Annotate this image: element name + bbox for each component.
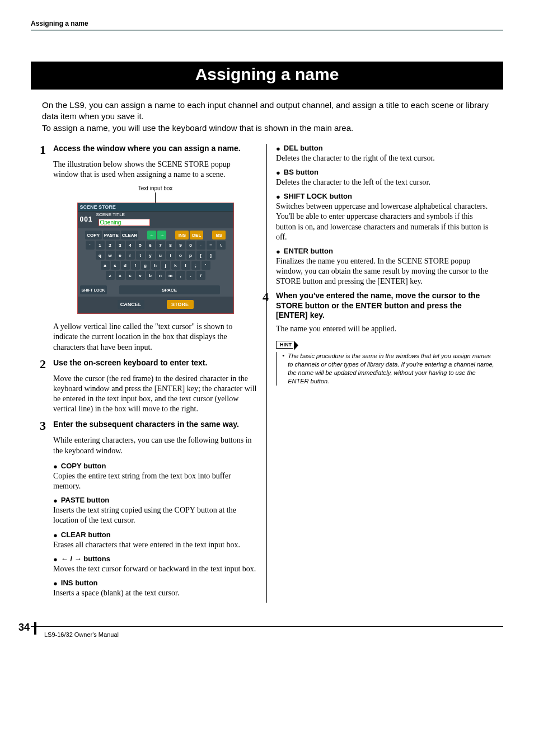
top-rule bbox=[31, 30, 503, 31]
key-;[interactable]: ; bbox=[191, 261, 200, 270]
store-button[interactable]: STORE bbox=[167, 300, 194, 309]
shift-lock-button[interactable]: SHIFT LOCK bbox=[80, 285, 107, 294]
key-j[interactable]: j bbox=[161, 261, 170, 270]
key-w[interactable]: w bbox=[106, 251, 115, 260]
key-2[interactable]: 2 bbox=[106, 241, 115, 250]
key-'[interactable]: ' bbox=[202, 261, 210, 270]
key-s[interactable]: s bbox=[111, 261, 120, 270]
arrows-body: Moves the text cursor forward or backwar… bbox=[53, 564, 257, 574]
key-7[interactable]: 7 bbox=[156, 241, 165, 250]
key-,[interactable]: , bbox=[176, 271, 185, 280]
key-5[interactable]: 5 bbox=[136, 241, 145, 250]
arrow-right-button[interactable]: → bbox=[157, 231, 166, 240]
key-6[interactable]: 6 bbox=[146, 241, 155, 250]
key-.[interactable]: . bbox=[186, 271, 195, 280]
step-1-after: A yellow vertical line called the "text … bbox=[53, 322, 257, 353]
key-3[interactable]: 3 bbox=[116, 241, 125, 250]
bullet-icon: ● bbox=[53, 580, 58, 587]
enter-bullet: ●ENTER button bbox=[276, 247, 494, 255]
paste-body: Inserts the text string copied using the… bbox=[53, 505, 257, 525]
intro-line-2: To assign a name, you will use the keybo… bbox=[42, 123, 353, 133]
scene-number: 001 bbox=[80, 215, 93, 223]
bs-button[interactable]: BS bbox=[212, 231, 226, 240]
bs-head: BS button bbox=[284, 168, 318, 176]
key-[[interactable]: [ bbox=[196, 251, 205, 260]
key-][interactable]: ] bbox=[207, 251, 216, 260]
kbd-row-3: asdfghjkl;' bbox=[80, 261, 231, 270]
hint-label: HINT bbox=[280, 342, 292, 348]
key-9[interactable]: 9 bbox=[176, 241, 185, 250]
bullet-icon: ● bbox=[53, 463, 58, 470]
step-2-body: Move the cursor (the red frame) to the d… bbox=[53, 374, 257, 415]
bullet-icon: ● bbox=[53, 497, 58, 504]
key-/[interactable]: / bbox=[196, 271, 205, 280]
hint-text: The basic procedure is the same in the w… bbox=[288, 352, 494, 385]
key--[interactable]: - bbox=[196, 241, 205, 250]
key-b[interactable]: b bbox=[146, 271, 155, 280]
key-8[interactable]: 8 bbox=[166, 241, 175, 250]
key-c[interactable]: c bbox=[126, 271, 135, 280]
key-`[interactable]: ` bbox=[86, 241, 95, 250]
clear-bullet: ●CLEAR button bbox=[53, 530, 257, 539]
step-3-head: Enter the subsequent characters in the s… bbox=[53, 420, 239, 432]
bullet-icon: ● bbox=[53, 532, 58, 539]
del-button[interactable]: DEL bbox=[190, 231, 203, 240]
key-y[interactable]: y bbox=[146, 251, 155, 260]
key-i[interactable]: i bbox=[166, 251, 175, 260]
bs-bullet: ●BS button bbox=[276, 168, 494, 176]
key-4[interactable]: 4 bbox=[126, 241, 135, 250]
key-n[interactable]: n bbox=[156, 271, 165, 280]
popup-title: SCENE STORE bbox=[78, 203, 233, 212]
key-t[interactable]: t bbox=[136, 251, 145, 260]
key-d[interactable]: d bbox=[121, 261, 130, 270]
step-3-number: 3 bbox=[40, 420, 53, 432]
ins-bullet: ●INS button bbox=[53, 579, 257, 587]
key-0[interactable]: 0 bbox=[186, 241, 195, 250]
arrow-left-button[interactable]: ← bbox=[147, 231, 156, 240]
step-1-number: 1 bbox=[40, 144, 53, 156]
cancel-button[interactable]: CANCEL bbox=[118, 300, 144, 309]
callout-leader-line bbox=[155, 192, 156, 203]
illustration-wrap: Text input box SCENE STORE 001 SCENE TIT… bbox=[53, 185, 257, 314]
key-h[interactable]: h bbox=[151, 261, 160, 270]
key-k[interactable]: k bbox=[171, 261, 180, 270]
step-4-number: 4 bbox=[263, 291, 276, 321]
key-l[interactable]: l bbox=[181, 261, 190, 270]
paste-button[interactable]: PASTE bbox=[103, 231, 120, 240]
step-4: 4 When you've entered the name, move the… bbox=[263, 291, 494, 321]
text-input-box[interactable]: Opening bbox=[99, 219, 150, 226]
copy-button[interactable]: COPY bbox=[85, 231, 102, 240]
key-1[interactable]: 1 bbox=[96, 241, 105, 250]
enter-head: ENTER button bbox=[284, 247, 333, 255]
clear-body: Erases all characters that were entered … bbox=[53, 540, 257, 550]
clear-button[interactable]: CLEAR bbox=[121, 231, 139, 240]
key-p[interactable]: p bbox=[186, 251, 195, 260]
hint-bullet-icon: • bbox=[282, 352, 284, 385]
key-\[interactable]: \ bbox=[217, 241, 226, 250]
key-q[interactable]: q bbox=[96, 251, 105, 260]
page-title: Assigning a name bbox=[31, 62, 503, 90]
footer-rule bbox=[31, 626, 503, 627]
key-m[interactable]: m bbox=[166, 271, 175, 280]
key-g[interactable]: g bbox=[141, 261, 150, 270]
bullet-icon: ● bbox=[276, 248, 280, 255]
key-u[interactable]: u bbox=[156, 251, 165, 260]
step-3: 3 Enter the subsequent characters in the… bbox=[40, 420, 257, 432]
key-z[interactable]: z bbox=[106, 271, 115, 280]
space-button[interactable]: SPACE bbox=[119, 285, 220, 294]
footer-doc-title: LS9-16/32 Owner's Manual bbox=[44, 631, 119, 638]
key-o[interactable]: o bbox=[176, 251, 185, 260]
key-x[interactable]: x bbox=[116, 271, 125, 280]
left-column: 1 Access the window where you can assign… bbox=[31, 144, 267, 603]
key-=[interactable]: = bbox=[207, 241, 216, 250]
kbd-row-2: qwertyuiop[] bbox=[80, 251, 231, 260]
del-body: Deletes the character to the right of th… bbox=[276, 153, 494, 163]
key-e[interactable]: e bbox=[116, 251, 125, 260]
key-f[interactable]: f bbox=[131, 261, 140, 270]
ins-button[interactable]: INS bbox=[175, 231, 189, 240]
intro-paragraph: On the LS9, you can assign a name to eac… bbox=[42, 100, 492, 134]
key-v[interactable]: v bbox=[136, 271, 145, 280]
key-a[interactable]: a bbox=[101, 261, 110, 270]
key-r[interactable]: r bbox=[126, 251, 135, 260]
shift-bullet: ●SHIFT LOCK button bbox=[276, 192, 494, 200]
